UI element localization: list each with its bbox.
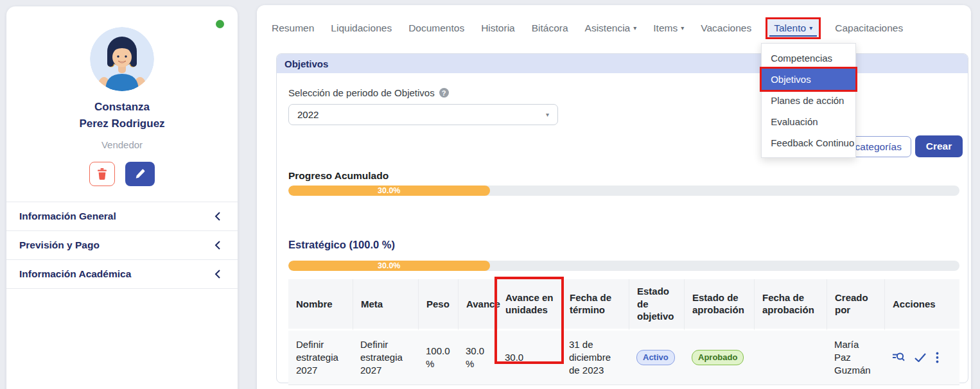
employee-name: Constanza Perez Rodriguez [6,99,238,132]
panel-title: Objetivos [277,54,968,73]
status-badge-aprobado: Aprobado [692,350,744,366]
accumulated-progress-bar: 30.0% [288,186,959,196]
menu-item-feedback-continuo[interactable]: Feedback Continuo [762,132,855,153]
employee-first-name: Constanza [6,99,238,116]
tab-asistencia[interactable]: Asistencia▾ [584,19,638,37]
pencil-icon [135,169,145,179]
chevron-left-icon [214,241,221,250]
sidebar-item-informacion-general[interactable]: Información General [6,202,238,230]
caret-down-icon: ▾ [809,24,812,31]
caret-down-icon: ▾ [681,24,684,31]
cell-acciones [884,331,959,386]
sidebar-sections: Información General Previsión y Pago Inf… [6,202,238,289]
period-select-value: 2022 [297,109,319,120]
tab-vacaciones[interactable]: Vacaciones [700,19,752,37]
tab-capacitaciones[interactable]: Capacitaciones [834,19,904,37]
cell-nombre: Definir estrategia 2027 [288,331,353,386]
cell-avance: 30.0 % [458,331,497,386]
menu-item-competencias[interactable]: Competencias [762,48,855,69]
tab-resumen[interactable]: Resumen [271,19,315,37]
cell-estado-de-aprobacion: Aprobado [684,331,754,386]
col-header-peso: Peso [418,279,458,331]
table-row: Definir estrategia 2027 Definir estrateg… [288,331,959,386]
cell-fecha-de-termino: 31 de diciembre de 2023 [561,331,629,386]
employee-role: Vendedor [6,139,238,150]
estrategico-progress-fill: 30.0% [288,261,490,271]
main-content-card: Resumen Liquidaciones Documentos Histori… [257,5,971,389]
col-header-meta: Meta [353,279,418,331]
chevron-left-icon [214,212,221,221]
cell-estado-de-objetivo: Activo [629,331,684,386]
accumulated-progress-label: Progreso Acumulado [288,170,389,182]
cell-meta: Definir estrategia 2027 [353,331,418,386]
delete-employee-button[interactable] [89,162,115,186]
sidebar-item-informacion-academica[interactable]: Información Académica [6,259,238,288]
preview-objective-button[interactable] [892,352,905,363]
col-header-fecha-de-aprobacion: Fecha de aprobación [754,279,827,331]
tab-bitacora[interactable]: Bitácora [531,19,569,37]
tab-liquidaciones[interactable]: Liquidaciones [330,19,392,37]
cell-creado-por: María Paz Guzmán [827,331,884,386]
col-header-estado-de-objetivo: Estado de objetivo [629,279,684,331]
caret-down-icon: ▾ [546,111,549,118]
avatar-illustration [90,27,154,91]
col-header-estado-de-aprobacion: Estado de aprobación [684,279,754,331]
estrategico-progress-bar: 30.0% [288,261,959,271]
kebab-menu-icon [936,352,939,363]
objetivos-panel: Objetivos Selección de periodo de Objeti… [276,53,968,383]
col-header-acciones: Acciones [884,279,959,331]
sidebar-item-label: Previsión y Pago [19,239,100,251]
check-icon [914,353,926,362]
online-status-dot [216,20,224,28]
cell-fecha-de-aprobacion [754,331,827,386]
tab-documentos[interactable]: Documentos [408,19,465,37]
col-header-avance-en-unidades: Avance en unidades [497,279,561,331]
approve-objective-button[interactable] [914,353,926,362]
tab-historia[interactable]: Historia [480,19,516,37]
edit-employee-button[interactable] [125,162,155,186]
tab-items[interactable]: Items▾ [652,19,685,37]
avatar [90,27,154,91]
col-header-avance: Avance [458,279,497,331]
sidebar-item-label: Información General [19,211,116,222]
col-header-nombre: Nombre [288,279,353,331]
menu-item-objetivos[interactable]: Objetivos [762,69,855,90]
tab-bar: Resumen Liquidaciones Documentos Histori… [257,5,971,37]
col-header-creado-por: Creado por [827,279,884,331]
cell-peso: 100.0 % [418,331,458,386]
search-list-icon [892,352,905,363]
status-badge-activo: Activo [636,350,675,366]
estrategico-group-label: Estratégico (100.0 %) [288,239,395,251]
employee-profile-card: Constanza Perez Rodriguez Vendedor Infor… [6,6,238,389]
accumulated-progress-fill: 30.0% [288,186,490,196]
caret-down-icon: ▾ [633,24,636,31]
menu-item-planes-de-accion[interactable]: Planes de acción [762,90,855,111]
col-header-fecha-de-termino: Fecha de término [561,279,629,331]
create-objective-button[interactable]: Crear [915,135,963,157]
tab-talento[interactable]: Talento▾ Competencias Objetivos Planes d… [767,19,819,37]
help-icon[interactable]: ? [439,88,449,98]
more-options-button[interactable] [936,352,939,363]
period-select[interactable]: 2022 ▾ [288,104,558,125]
chevron-left-icon [214,270,221,279]
period-select-label: Selección de periodo de Objetivos ? [288,87,968,98]
table-header-row: Nombre Meta Peso Avance Avance en unidad… [288,279,959,331]
talento-dropdown-menu: Competencias Objetivos Planes de acción … [761,43,856,158]
menu-item-evaluacion[interactable]: Evaluación [762,111,855,132]
trash-icon [97,168,107,180]
employee-last-name: Perez Rodriguez [6,116,238,132]
sidebar-item-prevision-y-pago[interactable]: Previsión y Pago [6,230,238,259]
objectives-table: Nombre Meta Peso Avance Avance en unidad… [288,279,959,385]
profile-actions [6,162,238,186]
cell-avance-en-unidades: 30.0 [497,331,561,386]
sidebar-item-label: Información Académica [19,268,131,280]
